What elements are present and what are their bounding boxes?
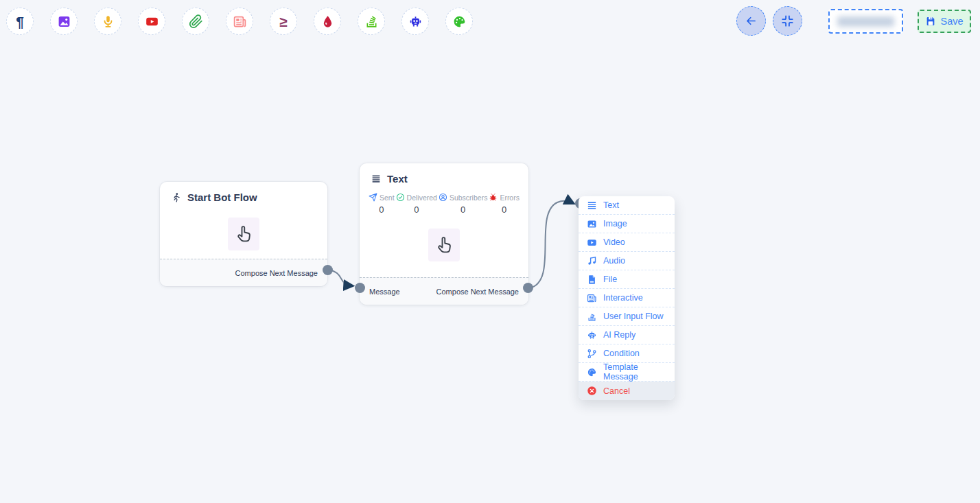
menu-item-user-input-flow[interactable]: User Input Flow: [579, 307, 675, 326]
menu-item-label: Template Message: [603, 362, 666, 382]
palette-icon: [587, 367, 597, 377]
music-note-icon: [587, 256, 597, 266]
menu-item-label: Video: [603, 237, 625, 247]
menu-item-video[interactable]: Video: [579, 233, 675, 252]
stat-label: Delivered: [407, 194, 437, 202]
walking-person-icon: [171, 192, 182, 203]
user-circle-icon: [439, 193, 447, 202]
menu-item-label: File: [603, 274, 617, 284]
node-start-footer: Compose Next Message: [160, 259, 327, 286]
flow-canvas[interactable]: Start Bot Flow Compose Next Message Text…: [0, 0, 980, 503]
add-node-context-menu: Text Image Video Audio File Interactive …: [579, 196, 675, 400]
menu-item-label: Interactive: [603, 293, 643, 303]
menu-item-label: Cancel: [603, 386, 630, 396]
menu-item-label: Audio: [603, 256, 625, 266]
stat-label: Errors: [500, 194, 520, 202]
menu-item-image[interactable]: Image: [579, 215, 675, 233]
menu-item-cancel[interactable]: Cancel: [579, 382, 675, 400]
branch-icon: [587, 349, 597, 359]
menu-item-label: AI Reply: [603, 330, 635, 340]
menu-item-label: User Input Flow: [603, 312, 664, 321]
circle-x-icon: [587, 386, 597, 396]
menu-item-ai-reply[interactable]: AI Reply: [579, 326, 675, 344]
input-port-label: Message: [369, 288, 400, 296]
check-circle-icon: [396, 193, 405, 202]
menu-item-text[interactable]: Text: [579, 196, 675, 215]
stat-value: 0: [379, 204, 384, 215]
menu-item-label: Image: [603, 219, 627, 229]
node-text-header: Text: [360, 163, 528, 185]
newspaper-icon: [587, 293, 597, 303]
drag-hint: [228, 218, 259, 250]
menu-item-label: Condition: [603, 349, 640, 358]
node-title: Start Bot Flow: [187, 191, 257, 203]
node-title: Text: [387, 173, 408, 185]
output-port-label: Compose Next Message: [436, 288, 519, 296]
hand-pointer-icon: [233, 224, 254, 244]
stat-value: 0: [502, 204, 506, 215]
paper-plane-icon: [369, 193, 377, 202]
video-icon: [587, 237, 597, 248]
node-start-bot-flow[interactable]: Start Bot Flow Compose Next Message: [160, 182, 327, 286]
menu-item-interactive[interactable]: Interactive: [579, 289, 675, 307]
menu-item-file[interactable]: File: [579, 270, 675, 289]
node-stats: Sent 0 Delivered 0 Subscribers 0: [360, 185, 528, 215]
menu-item-audio[interactable]: Audio: [579, 252, 675, 270]
output-port-label: Compose Next Message: [235, 269, 318, 277]
stack-icon: [587, 312, 597, 322]
node-text[interactable]: Text Sent 0 Delivered 0 Subscri: [360, 163, 528, 305]
node-text-footer: Message Compose Next Message: [360, 277, 528, 305]
port-text-input[interactable]: [355, 283, 365, 293]
stat-label: Subscribers: [450, 194, 487, 202]
list-lines-icon: [371, 174, 382, 185]
port-text-output[interactable]: [523, 283, 533, 293]
menu-item-template-message[interactable]: Template Message: [579, 363, 675, 382]
stat-sent: Sent 0: [369, 193, 395, 215]
bug-icon: [489, 193, 498, 202]
stat-delivered: Delivered 0: [396, 193, 437, 215]
stat-value: 0: [460, 204, 465, 215]
image-icon: [587, 219, 597, 229]
stat-value: 0: [414, 204, 419, 215]
stat-subscribers: Subscribers 0: [439, 193, 487, 215]
menu-item-label: Text: [603, 200, 619, 210]
port-start-output[interactable]: [323, 265, 333, 275]
list-lines-icon: [587, 200, 597, 211]
stat-errors: Errors 0: [489, 193, 520, 215]
robot-icon: [587, 330, 597, 340]
stat-label: Sent: [380, 194, 395, 202]
node-start-header: Start Bot Flow: [160, 182, 327, 203]
edge-text-to-menu: [529, 201, 573, 288]
hand-pointer-icon: [434, 235, 454, 255]
drag-hint: [428, 229, 460, 261]
menu-item-condition[interactable]: Condition: [579, 344, 675, 363]
file-icon: [587, 274, 597, 285]
